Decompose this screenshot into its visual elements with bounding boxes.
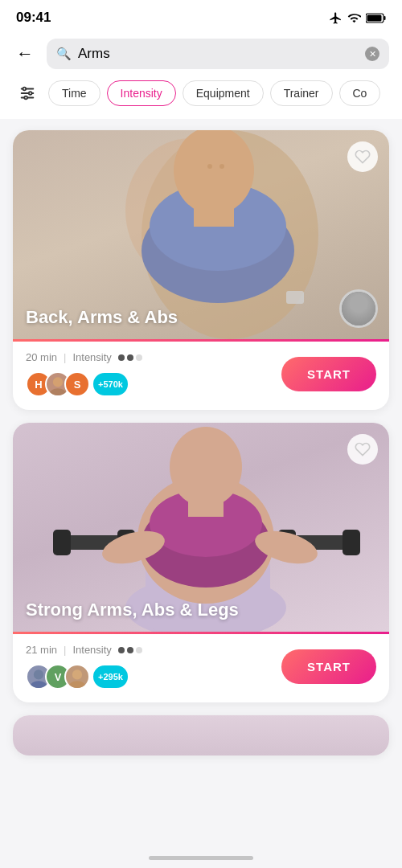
svg-rect-26	[188, 489, 224, 517]
divider-1: |	[64, 351, 66, 363]
svg-point-19	[50, 388, 67, 397]
search-clear-button[interactable]: ✕	[365, 47, 379, 61]
svg-point-16	[219, 164, 224, 169]
avatar-count-1: +570k	[92, 371, 129, 397]
back-button[interactable]: ←	[13, 40, 37, 68]
svg-point-15	[207, 164, 212, 169]
filter-icon-button[interactable]	[13, 79, 42, 108]
svg-point-18	[53, 377, 63, 387]
intensity-label-2: Intensity	[72, 644, 111, 656]
filter-time[interactable]: Time	[48, 80, 100, 106]
avatar-s: S	[64, 371, 90, 397]
filter-co[interactable]: Co	[339, 80, 381, 106]
dot-1-3	[136, 354, 142, 361]
start-button-1[interactable]: START	[281, 357, 376, 391]
svg-point-8	[24, 96, 27, 100]
workout-card-1: Back, Arms & Abs 20 min | Intensity H	[13, 130, 389, 410]
svg-rect-14	[194, 194, 234, 227]
card-image-2: Strong Arms, Abs & Legs	[13, 423, 389, 632]
status-time: 09:41	[16, 10, 51, 26]
filter-equipment[interactable]: Equipment	[183, 80, 264, 106]
svg-point-6	[23, 88, 27, 91]
intensity-dots-2	[118, 647, 142, 653]
trainer-circle	[342, 292, 375, 326]
svg-point-7	[29, 92, 32, 95]
svg-rect-2	[367, 14, 382, 21]
svg-point-35	[34, 669, 43, 679]
dot-2-1	[118, 647, 125, 653]
avatars-row-2: V +295k	[26, 664, 142, 690]
workout-card-2: Strong Arms, Abs & Legs 21 min | Intensi…	[13, 423, 389, 702]
duration-2: 21 min	[26, 644, 57, 656]
svg-point-38	[69, 681, 86, 690]
dot-1-2	[127, 354, 133, 361]
heart-icon-2	[355, 441, 371, 457]
card-body-2: 21 min | Intensity V	[13, 634, 389, 702]
svg-rect-17	[286, 291, 304, 304]
avatars-row-1: H S +570k	[26, 371, 142, 397]
dot-2-3	[136, 647, 142, 653]
card-bg-3-partial	[13, 715, 389, 755]
wifi-icon	[347, 11, 361, 25]
workout-list: Back, Arms & Abs 20 min | Intensity H	[0, 119, 402, 767]
card-meta-1: 20 min | Intensity H S +570k	[26, 351, 142, 397]
duration-1: 20 min	[26, 351, 57, 363]
dot-2-2	[127, 647, 133, 653]
intensity-dots-1	[118, 354, 142, 361]
heart-icon-1	[355, 149, 371, 165]
workout-card-3-partial	[13, 715, 389, 755]
card-body-1: 20 min | Intensity H S +570k	[13, 342, 389, 410]
battery-icon	[366, 13, 386, 23]
filter-intensity[interactable]: Intensity	[107, 80, 176, 106]
home-indicator	[149, 856, 253, 860]
search-icon: 🔍	[56, 47, 72, 61]
svg-point-36	[31, 681, 47, 690]
clear-icon: ✕	[369, 49, 376, 59]
like-button-1[interactable]	[347, 141, 378, 172]
avatar-user-3	[64, 664, 90, 690]
status-icons	[329, 11, 386, 25]
card-title-2: Strong Arms, Abs & Legs	[26, 600, 239, 620]
like-button-2[interactable]	[347, 434, 378, 465]
svg-rect-32	[343, 530, 360, 555]
svg-rect-1	[384, 16, 386, 20]
airplane-icon	[329, 11, 343, 25]
divider-2: |	[64, 644, 66, 656]
dot-1-1	[118, 354, 125, 361]
filter-trainer[interactable]: Trainer	[270, 80, 333, 106]
filter-bar: Time Intensity Equipment Trainer Co	[0, 79, 402, 119]
search-input-wrap[interactable]: 🔍 Arms ✕	[47, 39, 389, 69]
avatar-count-2: +295k	[92, 664, 129, 690]
intensity-label-1: Intensity	[72, 351, 111, 363]
status-bar: 09:41	[0, 0, 402, 32]
card-meta-row-2: 21 min | Intensity	[26, 644, 142, 656]
card-image-1: Back, Arms & Abs	[13, 130, 389, 339]
start-button-2[interactable]: START	[281, 649, 376, 684]
svg-rect-28	[53, 530, 71, 555]
trainer-avatar-1	[339, 289, 378, 328]
sliders-icon	[18, 84, 36, 102]
card-title-1: Back, Arms & Abs	[26, 307, 178, 328]
svg-point-37	[72, 669, 82, 679]
search-query: Arms	[78, 46, 359, 62]
card-meta-2: 21 min | Intensity V	[26, 644, 142, 690]
card-meta-row-1: 20 min | Intensity	[26, 351, 142, 363]
search-bar: ← 🔍 Arms ✕	[0, 32, 402, 79]
